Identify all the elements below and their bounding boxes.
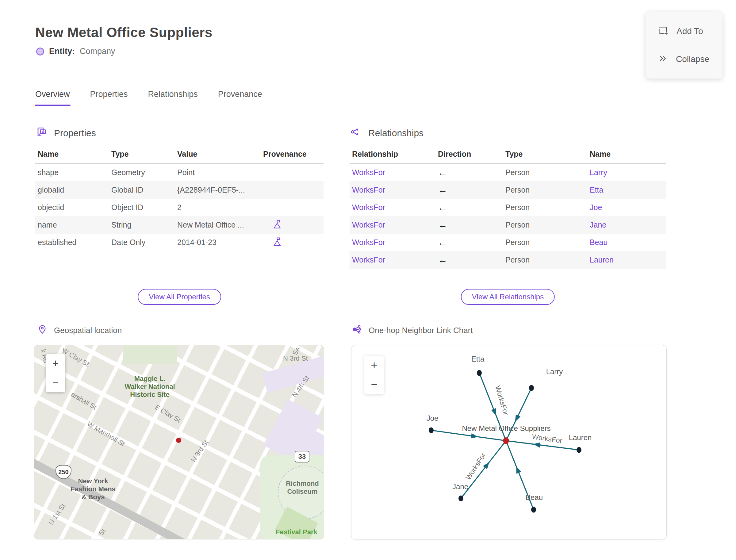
map-label: E Clay St xyxy=(154,403,182,424)
property-value: 2 xyxy=(175,199,261,216)
property-row: objectidObject ID2 xyxy=(35,199,324,216)
relationship-link[interactable]: WorksFor xyxy=(352,203,385,212)
related-entity-link[interactable]: Jane xyxy=(590,221,606,229)
direction-arrow: ← xyxy=(438,220,447,230)
edge-arrowhead xyxy=(516,466,521,474)
edge-lauren xyxy=(506,441,579,450)
edge-label: WorksFor xyxy=(531,432,563,445)
provenance-flag-icon[interactable] xyxy=(261,216,324,234)
relationship-row: WorksFor←PersonLarry xyxy=(350,164,666,182)
direction-arrow: ← xyxy=(438,167,447,178)
edge-arrowhead xyxy=(515,414,521,422)
property-type: Object ID xyxy=(109,199,175,216)
property-name: objectid xyxy=(35,199,109,216)
entity-detail-page: New Metal Office Suppliers Entity: Compa… xyxy=(0,0,736,560)
node-etta[interactable] xyxy=(477,370,482,376)
map-label: Richmond Coliseum xyxy=(278,480,324,496)
map-label: St xyxy=(97,527,107,537)
tab-provenance[interactable]: Provenance xyxy=(218,90,262,106)
map-label: Festival Park xyxy=(276,528,317,536)
relationship-type: Person xyxy=(503,181,587,199)
tab-properties[interactable]: Properties xyxy=(90,90,128,106)
related-entity-link[interactable]: Larry xyxy=(590,168,607,177)
relationship-row: WorksFor←PersonJane xyxy=(350,216,666,234)
map-label: New York Fashion Mens & Boys xyxy=(68,477,118,501)
edge-arrowhead xyxy=(533,443,540,448)
relationship-row: WorksFor←PersonBeau xyxy=(350,234,666,251)
related-entity-link[interactable]: Beau xyxy=(590,238,608,247)
view-all-relationships-button[interactable]: View All Relationships xyxy=(461,289,555,305)
page-title: New Metal Office Suppliers xyxy=(35,25,213,40)
map-label: N 3rd St xyxy=(190,439,210,463)
relationships-table-header-row: RelationshipDirectionTypeName xyxy=(350,150,666,164)
add-to-icon xyxy=(658,25,669,38)
related-entity-link[interactable]: Lauren xyxy=(590,255,614,264)
property-type: Date Only xyxy=(109,234,175,251)
relationship-type: Person xyxy=(503,164,587,182)
chart-zoom-in-button[interactable]: + xyxy=(364,356,384,375)
relationships-section-title: Relationships xyxy=(368,128,424,138)
direction-arrow: ← xyxy=(438,202,447,213)
relationship-type: Person xyxy=(503,199,587,216)
property-name: established xyxy=(35,234,109,251)
property-value: {A228944F-0EF5-... xyxy=(175,181,261,199)
properties-col-value: Value xyxy=(175,150,261,164)
map-zoom-in-button[interactable]: + xyxy=(46,354,65,373)
property-name: name xyxy=(35,216,109,234)
relationship-type: Person xyxy=(503,216,587,234)
relationship-link[interactable]: WorksFor xyxy=(352,255,385,264)
center-node[interactable] xyxy=(503,437,509,444)
tab-relationships[interactable]: Relationships xyxy=(148,90,198,106)
properties-col-provenance: Provenance xyxy=(261,150,324,164)
properties-table: NameTypeValueProvenance shapeGeometryPoi… xyxy=(35,150,324,251)
link-chart-canvas[interactable]: EttaLarryJoeLaurenJaneBeauWorksForWorksF… xyxy=(351,345,667,539)
add-to-button[interactable]: Add To xyxy=(646,25,723,38)
related-entity-link[interactable]: Etta xyxy=(590,186,603,194)
relationship-link[interactable]: WorksFor xyxy=(352,186,385,194)
map-label: N 3rd St xyxy=(283,355,308,362)
collapse-button[interactable]: Collapse xyxy=(646,53,723,65)
route-shield: 33 xyxy=(295,451,309,462)
property-value: 2014-01-23 xyxy=(175,234,261,251)
node-beau[interactable] xyxy=(531,507,536,513)
property-name: shape xyxy=(35,164,109,182)
geospatial-section-title: Geospatial location xyxy=(54,326,122,335)
property-value: Point xyxy=(175,164,261,182)
map-canvas[interactable]: k RdW Clay StSaarshall StW Marshall StE … xyxy=(34,345,324,539)
relationship-type: Person xyxy=(503,234,587,251)
properties-col-name: Name xyxy=(35,150,109,164)
map-zoom-out-button[interactable]: − xyxy=(46,373,65,392)
edge-larry xyxy=(506,388,531,441)
node-jane[interactable] xyxy=(458,496,463,501)
chart-zoom-control: + − xyxy=(364,356,384,394)
collapse-label: Collapse xyxy=(676,54,709,64)
property-row: nameStringNew Metal Office ... xyxy=(35,216,324,234)
related-entity-link[interactable]: Joe xyxy=(590,203,602,212)
relationship-link[interactable]: WorksFor xyxy=(352,168,385,177)
tab-overview[interactable]: Overview xyxy=(35,90,70,106)
node-joe[interactable] xyxy=(429,428,434,433)
chart-zoom-out-button[interactable]: − xyxy=(364,375,384,394)
entity-color-dot xyxy=(36,48,44,56)
floating-actions-card: Add To Collapse xyxy=(646,12,723,79)
node-larry[interactable] xyxy=(529,385,534,391)
properties-section-header: Properties xyxy=(36,126,96,140)
property-name: globalid xyxy=(35,181,109,199)
link-chart-svg: EttaLarryJoeLaurenJaneBeauWorksForWorksF… xyxy=(351,345,666,539)
provenance-empty xyxy=(261,164,324,182)
map-label: N 4th St xyxy=(290,374,311,399)
map-label: arshall St xyxy=(70,390,98,411)
relationship-link[interactable]: WorksFor xyxy=(352,238,385,247)
entity-location-marker[interactable] xyxy=(176,438,181,443)
provenance-flag-icon[interactable] xyxy=(261,234,324,251)
view-all-properties-button[interactable]: View All Properties xyxy=(138,289,221,305)
node-lauren[interactable] xyxy=(577,447,581,453)
link-chart-icon xyxy=(352,324,362,336)
relationship-row: WorksFor←PersonJoe xyxy=(350,199,666,216)
map-label: Maggie L. Walker National Historic Site xyxy=(121,375,178,399)
add-to-label: Add To xyxy=(677,26,703,36)
edge-arrowhead xyxy=(491,408,496,416)
node-label-beau: Beau xyxy=(526,493,543,501)
relationship-link[interactable]: WorksFor xyxy=(352,221,385,229)
properties-table-header-row: NameTypeValueProvenance xyxy=(35,150,324,164)
